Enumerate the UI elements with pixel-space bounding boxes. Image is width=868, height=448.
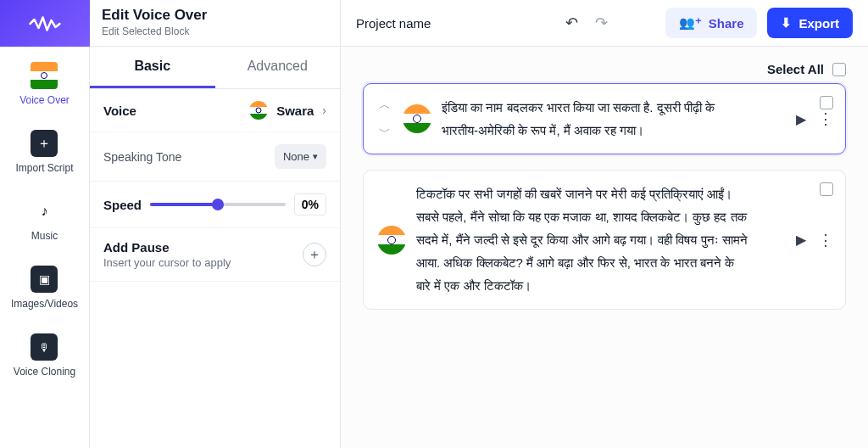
sidebar-item-voice-cloning[interactable]: 🎙 Voice Cloning: [14, 333, 75, 378]
play-button[interactable]: ▶: [796, 232, 806, 248]
download-icon: ⬇: [781, 15, 792, 31]
india-flag-icon: [31, 62, 58, 89]
speed-slider[interactable]: [150, 203, 286, 206]
script-block[interactable]: टिकटॉक पर सभी जगहों की खबरें जानने पर मे…: [363, 170, 846, 310]
select-all-checkbox[interactable]: [832, 63, 846, 76]
more-menu-icon[interactable]: ⋮: [818, 109, 832, 128]
sidebar-item-label: Import Script: [15, 162, 73, 174]
block-checkbox[interactable]: [820, 182, 833, 196]
india-flag-icon: [403, 104, 431, 133]
india-flag-icon: [249, 101, 268, 120]
voice-row[interactable]: Voice Swara ›: [90, 89, 340, 132]
app-logo[interactable]: [0, 0, 90, 47]
tone-select[interactable]: None ▾: [275, 144, 326, 169]
india-flag-icon: [377, 226, 406, 255]
block-text[interactable]: इंडिया का नाम बदलकर भारत किया जा सकता है…: [442, 96, 786, 142]
voice-label: Voice: [103, 104, 136, 118]
voice-name: Swara: [276, 104, 314, 118]
tone-row: Speaking Tone None ▾: [90, 132, 340, 182]
block-checkbox[interactable]: [820, 96, 833, 109]
main-area: Project name ↶ ↷ 👥⁺ Share ⬇ Export Selec…: [341, 0, 868, 448]
left-rail: Voice Over ＋ Import Script ♪ Music ▣ Ima…: [0, 0, 90, 448]
topbar: Project name ↶ ↷ 👥⁺ Share ⬇ Export: [341, 0, 868, 47]
share-button[interactable]: 👥⁺ Share: [665, 8, 758, 38]
sidebar-item-voiceover[interactable]: Voice Over: [19, 62, 70, 106]
undo-button[interactable]: ↶: [562, 10, 581, 36]
sidebar-item-label: Voice Over: [19, 94, 70, 106]
play-button[interactable]: ▶: [796, 111, 806, 127]
chevron-down-icon: ▾: [313, 151, 318, 162]
panel-header: Edit Voice Over Edit Selected Block: [90, 0, 340, 47]
sidebar-item-label: Images/Videos: [11, 298, 78, 310]
sidebar-item-music[interactable]: ♪ Music: [31, 198, 58, 242]
more-menu-icon[interactable]: ⋮: [818, 231, 832, 249]
sound-wave-icon: [28, 14, 62, 34]
panel-title: Edit Voice Over: [102, 7, 328, 24]
pause-row: Add Pause Insert your cursor to apply ＋: [90, 228, 340, 282]
music-note-icon: ♪: [31, 198, 58, 225]
sidebar-item-label: Music: [31, 230, 58, 242]
panel-tabs: Basic Advanced: [90, 47, 340, 89]
project-name[interactable]: Project name: [356, 16, 431, 31]
add-pause-button[interactable]: ＋: [303, 243, 326, 266]
export-button[interactable]: ⬇ Export: [767, 8, 853, 38]
move-up-icon[interactable]: ︿: [377, 96, 392, 115]
chevron-right-icon: ›: [322, 104, 326, 117]
tab-basic[interactable]: Basic: [90, 47, 215, 88]
slider-thumb[interactable]: [212, 199, 224, 210]
tone-value: None: [283, 150, 309, 163]
tab-advanced[interactable]: Advanced: [215, 47, 341, 88]
plus-icon: ＋: [31, 130, 58, 157]
redo-button[interactable]: ↷: [592, 10, 611, 36]
mic-icon: 🎙: [31, 333, 58, 361]
pause-sub: Insert your cursor to apply: [103, 256, 231, 269]
edit-panel: Edit Voice Over Edit Selected Block Basi…: [90, 0, 341, 448]
blocks-list: ︿ ﹀ इंडिया का नाम बदलकर भारत किया जा सकत…: [341, 83, 868, 327]
speed-row: Speed 0%: [90, 182, 340, 228]
speed-label: Speed: [103, 198, 142, 212]
block-text[interactable]: टिकटॉक पर सभी जगहों की खबरें जानने पर मे…: [416, 182, 786, 297]
voice-select[interactable]: Swara ›: [249, 101, 326, 120]
export-label: Export: [798, 16, 839, 31]
select-all-label: Select All: [767, 62, 824, 76]
tone-label: Speaking Tone: [103, 150, 181, 164]
gallery-icon: ▣: [31, 266, 58, 293]
speed-value: 0%: [294, 193, 326, 216]
move-down-icon[interactable]: ﹀: [377, 123, 392, 142]
select-all-row: Select All: [341, 47, 868, 83]
sidebar-item-label: Voice Cloning: [14, 366, 75, 378]
panel-subtitle: Edit Selected Block: [102, 25, 328, 37]
sidebar-item-images-videos[interactable]: ▣ Images/Videos: [11, 266, 78, 310]
share-label: Share: [709, 16, 744, 31]
share-icon: 👥⁺: [679, 15, 702, 31]
pause-title: Add Pause: [103, 240, 231, 255]
script-block[interactable]: ︿ ﹀ इंडिया का नाम बदलकर भारत किया जा सकत…: [363, 83, 846, 154]
sidebar-item-import-script[interactable]: ＋ Import Script: [15, 130, 73, 174]
